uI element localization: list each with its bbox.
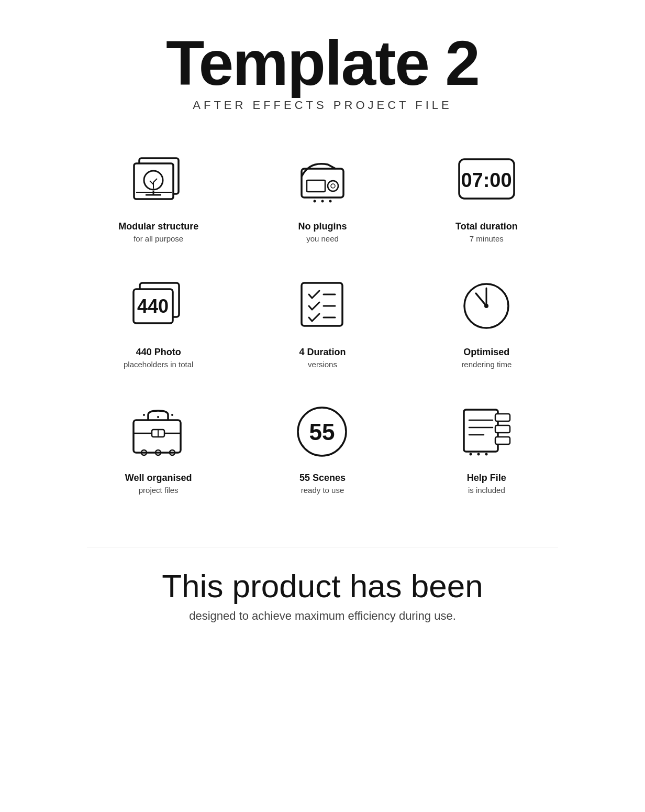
svg-point-48	[470, 453, 472, 455]
bottom-section: This product has been designed to achiev…	[87, 547, 558, 623]
feature-no-plugins-subtitle: you need	[306, 234, 339, 243]
number-card-icon: 440	[125, 275, 193, 337]
clock-icon	[452, 275, 520, 337]
feature-440-subtitle: placeholders in total	[124, 360, 193, 369]
feature-total-duration-subtitle: 7 minutes	[470, 234, 504, 243]
svg-line-26	[476, 293, 486, 306]
circle-number-icon: 55	[288, 400, 357, 463]
wallet-icon	[288, 149, 357, 212]
page-wrapper: Template 2 AFTER EFFECTS PROJECT FILE	[0, 0, 645, 654]
clock-display-icon: 07:00	[452, 149, 520, 212]
feature-440-photo: 440 440 Photo placeholders in total	[87, 275, 230, 369]
modular-icon	[125, 149, 193, 212]
feature-help-file-subtitle: is included	[468, 486, 505, 495]
help-file-icon	[452, 400, 520, 463]
feature-well-organised-title: Well organised	[125, 473, 192, 484]
feature-modular-title: Modular structure	[118, 221, 198, 232]
feature-no-plugins-title: No plugins	[298, 221, 347, 232]
feature-help-file: Help File is included	[415, 400, 558, 495]
briefcase-icon	[125, 400, 193, 463]
checklist-icon	[288, 275, 357, 337]
svg-rect-45	[495, 414, 510, 421]
feature-duration-title: 4 Duration	[299, 347, 346, 358]
svg-point-49	[477, 453, 480, 455]
svg-point-36	[157, 416, 159, 418]
svg-point-50	[485, 453, 488, 455]
svg-rect-46	[495, 425, 510, 433]
feature-duration: 4 Duration versions	[251, 275, 394, 369]
feature-duration-subtitle: versions	[308, 360, 337, 369]
feature-optimised: Optimised rendering time	[415, 275, 558, 369]
svg-text:07:00: 07:00	[461, 169, 511, 191]
svg-point-14	[321, 200, 324, 202]
feature-55-scenes-title: 55 Scenes	[299, 473, 346, 484]
svg-rect-10	[307, 180, 325, 192]
svg-text:440: 440	[137, 295, 169, 317]
features-grid: Modular structure for all purpose	[87, 149, 558, 495]
svg-rect-21	[302, 283, 342, 326]
feature-55-scenes: 55 55 Scenes ready to use	[251, 400, 394, 495]
svg-point-13	[313, 200, 316, 202]
svg-point-28	[484, 304, 488, 308]
bottom-subtitle: designed to achieve maximum efficiency d…	[87, 609, 558, 623]
svg-point-37	[143, 414, 145, 416]
feature-440-title: 440 Photo	[136, 347, 181, 358]
svg-point-11	[328, 181, 338, 191]
feature-well-organised-subtitle: project files	[139, 486, 179, 495]
main-title: Template 2	[166, 31, 479, 94]
svg-point-38	[171, 414, 173, 416]
svg-text:55: 55	[309, 419, 335, 445]
feature-total-duration-title: Total duration	[455, 221, 518, 232]
bottom-title: This product has been	[87, 568, 558, 604]
subtitle: AFTER EFFECTS PROJECT FILE	[166, 98, 479, 112]
feature-help-file-title: Help File	[467, 473, 506, 484]
feature-no-plugins: No plugins you need	[251, 149, 394, 243]
feature-optimised-title: Optimised	[463, 347, 509, 358]
feature-modular-structure: Modular structure for all purpose	[87, 149, 230, 243]
feature-well-organised: Well organised project files	[87, 400, 230, 495]
title-section: Template 2 AFTER EFFECTS PROJECT FILE	[166, 31, 479, 112]
svg-point-12	[331, 184, 335, 188]
feature-total-duration: 07:00 Total duration 7 minutes	[415, 149, 558, 243]
svg-point-15	[329, 200, 331, 202]
svg-rect-41	[464, 410, 498, 452]
feature-55-scenes-subtitle: ready to use	[301, 486, 344, 495]
svg-rect-47	[495, 437, 510, 444]
feature-modular-subtitle: for all purpose	[134, 234, 183, 243]
feature-optimised-subtitle: rendering time	[461, 360, 511, 369]
